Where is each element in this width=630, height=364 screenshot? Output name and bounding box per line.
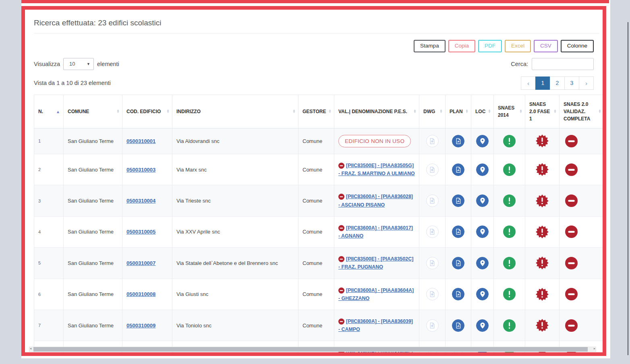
pes-link[interactable]: [PIIC83600A] - [PIAA836017] - AGNANO [338,225,413,239]
minus-circle-icon[interactable] [565,194,578,207]
column-header-n[interactable]: N.▲ [34,95,64,128]
file-pdf-icon[interactable] [452,288,464,300]
pes-link[interactable]: [PIIC83500E] - [PIAA83505G] - FRAZ. S.MA… [338,163,415,176]
building-code-link[interactable]: 0500310007 [126,260,155,266]
cell-row-number: 6 [34,279,64,310]
exclamation-circle-icon[interactable] [503,288,516,300]
stampa-button[interactable]: Stampa [414,40,446,52]
file-pdf-icon[interactable] [452,135,464,147]
table-header-row: N.▲COMUNE▲▼COD. EDIFICIO▲▼INDIRIZZO▲▼GES… [34,95,604,128]
table-row: 7San Giuliano Terme0500310009Via Toniolo… [34,310,604,341]
alert-seal-icon[interactable] [536,225,549,238]
column-header-label: PLAN [450,109,463,114]
cell-comune: San Giuliano Terme [64,154,122,185]
alert-seal-icon[interactable] [536,288,549,301]
sort-arrows-icon: ▲▼ [439,110,443,114]
pagination-next-button[interactable]: › [579,77,594,90]
exclamation-circle-icon[interactable] [503,319,516,332]
pes-entry: [PIIC83600A] - [PIAA836039] - CAMPO [338,317,416,333]
column-header-fase1[interactable]: SNAES 2.0 FASE 1▲▼ [525,95,560,128]
scrollbar-thumb[interactable] [33,347,588,352]
column-header-validaz[interactable]: SNAES 2.0 VALIDAZ. COMPLETA▲▼ [560,95,604,128]
file-pdf-icon[interactable] [452,163,464,176]
building-code-link[interactable]: 0500310003 [126,167,155,173]
cell-snaes-validaz [560,154,604,185]
search-input[interactable] [532,58,594,70]
pdf-button[interactable]: PDF [478,40,502,52]
map-marker-icon[interactable] [476,135,489,147]
csv-button[interactable]: CSV [534,40,558,52]
column-header-snaes2014[interactable]: SNAES 2014▲▼ [494,95,525,128]
minus-circle-icon [338,163,344,169]
file-pdf-icon[interactable] [452,225,464,238]
copia-button[interactable]: Copia [448,40,475,52]
map-marker-icon[interactable] [476,288,489,300]
minus-circle-icon[interactable] [565,163,578,176]
cell-snaes-2014 [494,185,525,216]
map-marker-icon[interactable] [476,319,489,332]
page-length-select[interactable]: 10 ▼ [63,58,94,70]
table-body: 1San Giuliano Terme0500310001Via Aldovra… [34,128,604,356]
cell-row-number: 1 [34,128,64,154]
scroll-left-arrow-icon[interactable]: ◂ [30,347,31,350]
alert-seal-icon[interactable] [536,319,549,332]
column-header-val[interactable]: VAL.| DENOMINAZIONE P.E.S.▲▼ [334,95,419,128]
file-drawing-icon [426,257,439,269]
pes-link[interactable]: [PIIC83600A] - [PIAA836039] - CAMPO [338,318,413,332]
map-marker-icon[interactable] [476,194,489,207]
building-code-link[interactable]: 0500310005 [126,229,155,235]
pes-link[interactable]: [PIIC83500E] - [PIAA83502C] - FRAZ. PUGN… [338,256,413,270]
building-code-link[interactable]: 0500310008 [126,291,155,297]
cell-val-denominazione: [PIIC83600A] - [PIAA83604A] - GHEZZANO [334,279,419,310]
pagination-page-2[interactable]: 2 [550,77,565,90]
alert-seal-icon[interactable] [536,163,549,176]
file-pdf-icon[interactable] [452,319,464,332]
column-header-gestore[interactable]: GESTORE▲▼ [298,95,334,128]
file-pdf-icon[interactable] [452,194,464,207]
pagination-page-1[interactable]: 1 [535,77,550,90]
building-code-link[interactable]: 0500310009 [126,323,155,329]
map-marker-icon[interactable] [476,257,489,269]
cell-val-denominazione: [PIIC83600A] - [PIAA836039] - CAMPO [334,310,419,341]
column-header-dwg[interactable]: DWG▲▼ [419,95,446,128]
column-header-plan[interactable]: PLAN▲▼ [446,95,471,128]
cell-dwg [419,154,446,185]
cell-snaes-2014 [494,279,525,310]
alert-seal-icon[interactable] [536,256,549,269]
pagination-prev-button[interactable]: ‹ [521,77,536,90]
minus-circle-icon[interactable] [565,135,578,147]
building-code-link[interactable]: 0500310010 [126,354,155,356]
minus-circle-icon[interactable] [565,319,578,332]
horizontal-scrollbar[interactable]: ◂ ▸ [29,347,596,352]
exclamation-circle-icon[interactable] [503,163,516,176]
minus-circle-icon[interactable] [565,225,578,238]
building-code-link[interactable]: 0500310001 [126,138,155,144]
cell-gestore: Comune [298,310,334,341]
column-header-loc[interactable]: LOC▲▼ [471,95,494,128]
pes-link[interactable]: [PIIC83600A] - [PIAA836028] - ASCIANO PI… [338,194,413,207]
column-header-indirizzo[interactable]: INDIRIZZO▲▼ [172,95,298,128]
cell-indirizzo: Via Aldovrandi snc [172,128,298,154]
map-marker-icon[interactable] [476,163,489,176]
cell-cod-edificio: 0500310003 [122,154,172,185]
table-row: 2San Giuliano Terme0500310003Via Marx sn… [34,154,604,185]
minus-circle-icon[interactable] [565,288,578,300]
column-header-cod[interactable]: COD. EDIFICIO▲▼ [122,95,172,128]
excel-button[interactable]: Excel [505,40,531,52]
pes-link[interactable]: [PIIC83600A] - [PIAA83604A] - GHEZZANO [338,287,414,301]
column-header-comune[interactable]: COMUNE▲▼ [64,95,122,128]
exclamation-circle-icon[interactable] [503,135,516,147]
building-code-link[interactable]: 0500310004 [126,198,155,204]
cell-comune: San Giuliano Terme [64,128,122,154]
scroll-right-arrow-icon[interactable]: ▸ [594,347,595,350]
minus-circle-icon[interactable] [565,257,578,269]
alert-seal-icon[interactable] [536,194,549,207]
exclamation-circle-icon[interactable] [503,225,516,238]
pagination-page-3[interactable]: 3 [564,77,579,90]
alert-seal-icon[interactable] [536,134,549,147]
colonne-button[interactable]: Colonne [561,40,594,52]
exclamation-circle-icon[interactable] [503,194,516,207]
map-marker-icon[interactable] [476,225,489,238]
exclamation-circle-icon[interactable] [503,257,516,269]
file-pdf-icon[interactable] [452,257,464,269]
